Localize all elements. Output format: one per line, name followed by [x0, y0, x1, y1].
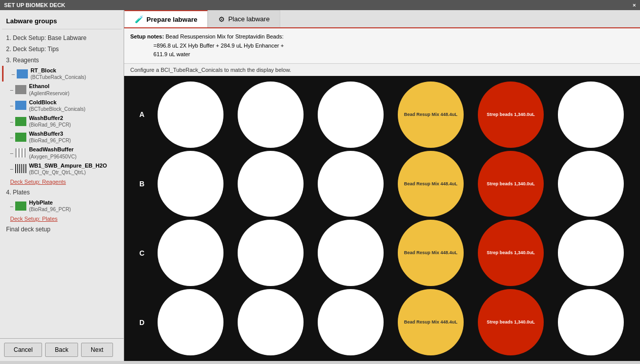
sidebar: Labware groups 1. Deck Setup: Base Labwa… — [0, 10, 124, 361]
close-icon[interactable]: × — [633, 2, 636, 8]
sidebar-footer: Cancel Back Next — [0, 338, 124, 361]
well-C5: Strep beads 1,340.0uL — [472, 219, 550, 287]
plates-list: – HybPlate (BioRad_96_PCR) — [2, 198, 122, 214]
reagent-name-wb1: WB1_SWB_Ampure_EB_H2O — [29, 162, 107, 169]
well-D2 — [232, 289, 310, 356]
well-C2 — [232, 219, 310, 287]
reagent-dash: – — [10, 134, 13, 140]
row-label-C: C — [134, 219, 149, 287]
back-button[interactable]: Back — [45, 343, 78, 357]
setup-notes: Setup notes: Bead Resuspension Mix for S… — [124, 28, 640, 64]
reagent-name-ethanol: Ethanol — [29, 83, 69, 90]
reagent-item-ethanol[interactable]: – Ethanol (AgilentReservoir) — [2, 82, 122, 97]
well-A3 — [312, 81, 390, 148]
title-label: SET UP BIOMEK DECK — [4, 2, 65, 8]
well-B4: Bead Resup Mix 448.4uL — [392, 150, 470, 218]
sidebar-header: Labware groups — [2, 14, 122, 29]
reagent-dash: – — [12, 71, 15, 77]
reagent-item-cold-block[interactable]: – ColdBlock (BCTubeBlock_Conicals) — [2, 98, 122, 113]
deck-setup-reagents-link[interactable]: Deck Setup: Reagents — [2, 177, 122, 187]
sidebar-item-base-labware[interactable]: 1. Deck Setup: Base Labware — [2, 32, 122, 44]
well-A1 — [152, 81, 230, 148]
sidebar-item-reagents[interactable]: 3. Reagents — [2, 55, 122, 66]
well-C6 — [552, 219, 630, 287]
notes-line-1: Bead Resuspension Mix for Streptavidin B… — [166, 33, 284, 39]
row-label-B: B — [134, 150, 149, 218]
reagent-dash: – — [10, 87, 13, 93]
well-A4: Bead Resup Mix 448.4uL — [392, 81, 470, 148]
reagent-item-rt-block[interactable]: – RT_Block (BCTubeRack_Conicals) — [2, 66, 122, 82]
reagent-name-wash-buffer3: WashBuffer3 — [29, 130, 71, 137]
well-B6 — [552, 150, 630, 218]
plate-icon-hyb-plate — [15, 201, 26, 211]
place-icon: ⚙ — [218, 15, 225, 23]
reagent-dash: – — [10, 166, 13, 172]
reagent-sub-wb1: (BCI_Qtr_Qtr_QtrL_QtrL) — [29, 169, 107, 176]
reagent-item-bead-wash[interactable]: – BeadWashBuffer (Axygen_P96450VC) — [2, 145, 122, 160]
reagent-icon-bead-wash — [15, 148, 26, 157]
plate-name-hyb-plate: HybPlate — [29, 199, 71, 206]
plate-item-hyb-plate[interactable]: – HybPlate (BioRad_96_PCR) — [2, 198, 122, 214]
reagent-name-wash-buffer2: WashBuffer2 — [29, 114, 71, 122]
tab-prepare-labware[interactable]: 🧪 Prepare labware — [124, 10, 208, 27]
reagent-name-cold-block: ColdBlock — [29, 99, 85, 106]
reagent-icon-wash-buffer2 — [15, 117, 26, 126]
prepare-icon: 🧪 — [135, 15, 143, 23]
reagent-item-wash-buffer3[interactable]: – WashBuffer3 (BioRad_96_PCR) — [2, 129, 122, 145]
well-B1 — [152, 150, 230, 218]
rack-display: ABead Resup Mix 448.4uLStrep beads 1,340… — [124, 76, 640, 361]
reagent-icon-rt-block — [17, 69, 28, 78]
reagent-item-wash-buffer2[interactable]: – WashBuffer2 (BioRad_96_PCR) — [2, 113, 122, 129]
well-D5: Strep beads 1,340.0uL — [472, 289, 550, 356]
reagent-name-rt-block: RT_Block — [30, 67, 86, 74]
well-B3 — [312, 150, 390, 218]
content-area: 🧪 Prepare labware ⚙ Place labware Setup … — [124, 10, 640, 361]
notes-line-3: 611.9 uL water — [154, 51, 190, 57]
reagent-icon-cold-block — [15, 101, 26, 110]
well-D1 — [152, 289, 230, 356]
well-A6 — [552, 81, 630, 148]
reagent-icon-wash-buffer3 — [15, 133, 26, 142]
reagent-name-bead-wash: BeadWashBuffer — [29, 146, 77, 153]
cancel-button[interactable]: Cancel — [4, 343, 42, 357]
reagent-sub-wash-buffer3: (BioRad_96_PCR) — [29, 137, 71, 144]
row-label-A: A — [134, 81, 149, 148]
notes-line-2: =896.8 uL 2X Hyb Buffer + 284.9 uL Hyb E… — [154, 43, 284, 49]
well-A5: Strep beads 1,340.0uL — [472, 81, 550, 148]
reagents-list: – RT_Block (BCTubeRack_Conicals) – Ethan… — [2, 66, 122, 177]
well-D6 — [552, 289, 630, 356]
well-B5: Strep beads 1,340.0uL — [472, 150, 550, 218]
well-C1 — [152, 219, 230, 287]
plate-dash: – — [10, 203, 13, 209]
well-B2 — [232, 150, 310, 218]
reagent-item-wb1[interactable]: – WB1_SWB_Ampure_EB_H2O (BCI_Qtr_Qtr_Qtr… — [2, 161, 122, 177]
reagent-sub-bead-wash: (Axygen_P96450VC) — [29, 153, 77, 160]
sidebar-item-final[interactable]: Final deck setup — [2, 224, 122, 235]
notes-indent — [130, 43, 152, 49]
reagent-icon-wb1 — [15, 164, 26, 173]
rack-grid: ABead Resup Mix 448.4uLStrep beads 1,340… — [134, 81, 630, 356]
well-A2 — [232, 81, 310, 148]
well-D4: Bead Resup Mix 448.4uL — [392, 289, 470, 356]
tab-bar: 🧪 Prepare labware ⚙ Place labware — [124, 10, 640, 28]
reagent-sub-wash-buffer2: (BioRad_96_PCR) — [29, 122, 71, 128]
row-label-D: D — [134, 289, 149, 356]
sidebar-item-tips[interactable]: 2. Deck Setup: Tips — [2, 44, 122, 55]
well-C3 — [312, 219, 390, 287]
next-button[interactable]: Next — [81, 343, 113, 357]
reagent-dash: – — [10, 150, 13, 156]
reagent-dash: – — [10, 102, 13, 108]
reagent-icon-ethanol — [15, 85, 26, 94]
configure-text: Configure a BCI_TubeRack_Conicals to mat… — [124, 64, 640, 76]
reagent-sub-ethanol: (AgilentReservoir) — [29, 90, 69, 97]
notes-label: Setup notes: — [130, 33, 164, 39]
tab-place-labware[interactable]: ⚙ Place labware — [208, 10, 280, 27]
plate-sub-hyb-plate: (BioRad_96_PCR) — [29, 206, 71, 213]
notes-indent2 — [130, 51, 152, 57]
sidebar-item-plates[interactable]: 4. Plates — [2, 187, 122, 198]
reagent-dash: – — [10, 118, 13, 125]
deck-setup-plates-link[interactable]: Deck Setup: Plates — [2, 214, 122, 224]
reagent-sub-rt-block: (BCTubeRack_Conicals) — [30, 74, 86, 80]
well-D3 — [312, 289, 390, 356]
title-bar: SET UP BIOMEK DECK × — [0, 0, 640, 10]
